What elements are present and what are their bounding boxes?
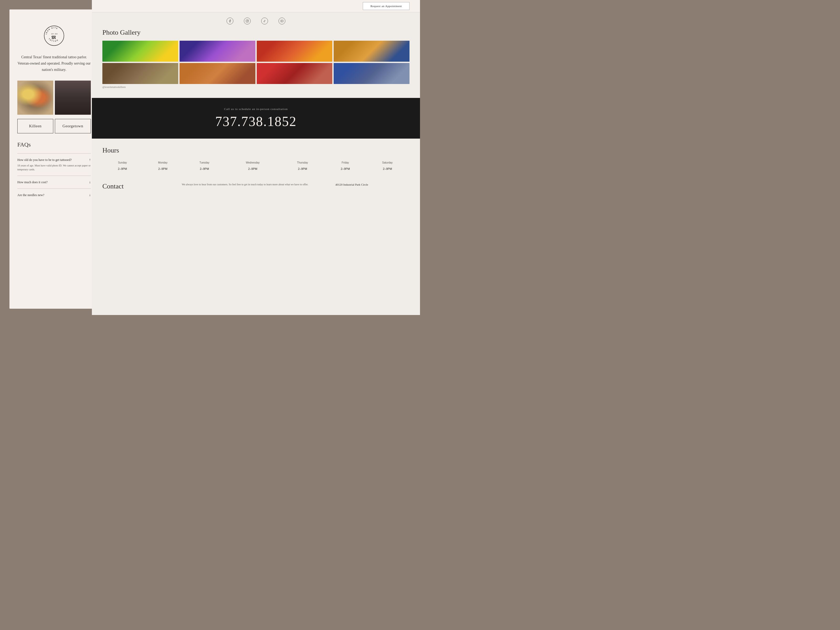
- left-panel: IRON RITE TATTOO EST. 2015 𝔐 Central Tex…: [9, 9, 99, 309]
- svg-rect-6: [246, 20, 249, 22]
- faqs-title: FAQs: [17, 141, 91, 148]
- gallery-item-5[interactable]: [103, 63, 178, 84]
- logo-svg: IRON RITE TATTOO EST. 2015 𝔐: [44, 25, 65, 46]
- hours-tuesday: 2–9PM: [183, 166, 226, 172]
- col-wednesday: Wednesday: [226, 159, 280, 166]
- col-monday: Monday: [142, 159, 183, 166]
- svg-marker-9: [282, 21, 283, 21]
- gallery-item-4[interactable]: [334, 41, 409, 62]
- gallery-item-7[interactable]: [257, 63, 333, 84]
- hours-wednesday: 2–9PM: [226, 166, 280, 172]
- faq-item-1: How old do you have to be to get tattooe…: [17, 153, 91, 175]
- col-saturday: Saturday: [365, 159, 409, 166]
- gallery-item-3[interactable]: [257, 41, 333, 62]
- tiktok-icon[interactable]: [261, 17, 268, 24]
- col-tuesday: Tuesday: [183, 159, 226, 166]
- instagram-icon[interactable]: [244, 17, 251, 24]
- instagram-handle: @ironritetattookilleen: [103, 85, 409, 88]
- gallery-item-1[interactable]: [103, 41, 178, 62]
- logo-container: IRON RITE TATTOO EST. 2015 𝔐: [44, 25, 65, 46]
- right-panel: Request an Appointment: [92, 0, 420, 315]
- photo-tiger: [17, 81, 53, 115]
- faq-toggle-3[interactable]: ↓: [89, 193, 91, 197]
- faq-question-3: Are the needles new?: [17, 193, 44, 197]
- contact-title: Contact: [103, 182, 177, 190]
- hours-monday: 2–9PM: [142, 166, 183, 172]
- faq-question-2: How much does it cost?: [17, 180, 47, 184]
- contact-address: 40120 Industrial Park Circle: [335, 182, 410, 190]
- youtube-icon[interactable]: [278, 17, 285, 24]
- top-bar: Request an Appointment: [92, 0, 420, 12]
- hours-saturday: 2–9PM: [365, 166, 409, 172]
- hours-sunday: 2–9PM: [103, 166, 142, 172]
- photo-artist: [55, 81, 91, 115]
- killeen-button[interactable]: Killeen: [17, 119, 53, 133]
- gallery-item-2[interactable]: [180, 41, 256, 62]
- gallery-item-6[interactable]: [180, 63, 256, 84]
- hours-friday: 2–9PM: [325, 166, 365, 172]
- faq-question-1: How old do you have to be to get tattooe…: [17, 158, 72, 162]
- faq-toggle-1[interactable]: ↑: [89, 158, 91, 162]
- faq-item-2: How much does it cost? ↓: [17, 175, 91, 188]
- request-appointment-button[interactable]: Request an Appointment: [363, 2, 409, 10]
- svg-text:2015: 2015: [55, 33, 57, 35]
- contact-section: Contact We always love to hear from our …: [92, 177, 420, 196]
- facebook-icon[interactable]: [227, 17, 234, 24]
- gallery-section: Photo Gallery @ironritetattookilleen: [92, 28, 420, 94]
- faq-answer-1: 18 years of age. Must have valid photo I…: [17, 164, 91, 171]
- contact-description: We always love to hear from our customer…: [182, 182, 330, 190]
- hours-section: Hours Sunday Monday Tuesday Wednesday Th…: [92, 139, 420, 177]
- social-row: [92, 12, 420, 28]
- gallery-title: Photo Gallery: [103, 28, 409, 36]
- hours-title: Hours: [103, 147, 409, 154]
- faq-toggle-2[interactable]: ↓: [89, 180, 91, 184]
- col-friday: Friday: [325, 159, 365, 166]
- gallery-grid: [103, 41, 409, 84]
- photos-grid: [17, 81, 91, 115]
- tagline: Central Texas' finest traditional tattoo…: [17, 54, 91, 73]
- svg-text:EST.: EST.: [51, 33, 54, 35]
- faqs-section: FAQs How old do you have to be to get ta…: [17, 141, 91, 201]
- georgetown-button[interactable]: Georgetown: [55, 119, 91, 133]
- consultation-text: Call us to schedule an in-person consult…: [103, 107, 409, 111]
- dark-section: Call us to schedule an in-person consult…: [92, 98, 420, 139]
- faq-item-3: Are the needles new? ↓: [17, 188, 91, 201]
- phone-number[interactable]: 737.738.1852: [103, 114, 409, 129]
- gallery-item-8[interactable]: [334, 63, 409, 84]
- location-buttons: Killeen Georgetown: [17, 119, 91, 133]
- svg-text:𝔐: 𝔐: [51, 35, 56, 40]
- svg-point-7: [247, 21, 248, 22]
- col-thursday: Thursday: [280, 159, 325, 166]
- col-sunday: Sunday: [103, 159, 142, 166]
- hours-table: Sunday Monday Tuesday Wednesday Thursday…: [103, 159, 409, 172]
- hours-thursday: 2–9PM: [280, 166, 325, 172]
